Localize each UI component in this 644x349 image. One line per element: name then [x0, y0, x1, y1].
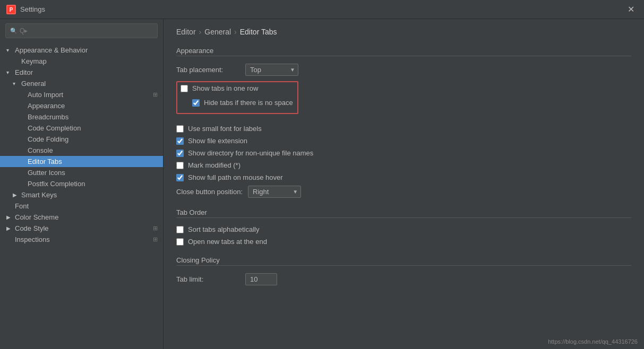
sidebar-item-label: Breadcrumbs — [28, 113, 68, 121]
sidebar-item-keymap[interactable]: Keymap — [0, 56, 163, 67]
sidebar-item-label: Appearance & Behavior — [15, 46, 88, 54]
directory-nonunique-row[interactable]: Show directory for non-unique file names — [176, 149, 631, 157]
tab-order-section-title: Tab Order — [176, 208, 631, 218]
arrow-icon: ▶ — [6, 214, 13, 220]
open-end-label: Open new tabs at the end — [188, 238, 267, 246]
file-extension-label: Show file extension — [188, 137, 247, 145]
breadcrumb-editor-tabs: Editor Tabs — [240, 28, 277, 36]
sidebar: 🔍 ▾ Appearance & Behavior Keymap ▾ Edito… — [0, 19, 164, 349]
file-extension-row[interactable]: Show file extension — [176, 137, 631, 145]
mark-modified-row[interactable]: Mark modified (*) — [176, 161, 631, 169]
arrow-icon: ▾ — [6, 69, 13, 75]
hide-tabs-space-checkbox-row[interactable]: Hide tabs if there is no space — [192, 99, 293, 107]
badge-icon: ⊞ — [153, 236, 158, 243]
full-path-label: Show full path on mouse hover — [188, 173, 283, 181]
badge-icon: ⊞ — [153, 225, 158, 232]
settings-window: P Settings ✕ 🔍 ▾ Appearance & Behavior — [0, 0, 644, 349]
search-icon: 🔍 — [10, 28, 18, 34]
arrow-icon: ▶ — [13, 192, 19, 198]
hide-tabs-space-label: Hide tabs if there is no space — [204, 99, 293, 107]
directory-nonunique-label: Show directory for non-unique file names — [188, 149, 313, 157]
sidebar-item-label: Auto Import — [28, 91, 63, 99]
close-button-row: Close button position: Right Left Hidden… — [176, 186, 631, 198]
sidebar-item-smart-keys[interactable]: ▶ Smart Keys — [0, 189, 163, 200]
sidebar-item-label: Color Scheme — [15, 213, 58, 221]
search-box[interactable]: 🔍 — [5, 23, 158, 38]
small-font-checkbox[interactable] — [176, 125, 184, 133]
appearance-section: Appearance Tab placement: Top Left Right… — [176, 47, 631, 198]
sidebar-item-label: Appearance — [28, 102, 65, 110]
tab-placement-row: Tab placement: Top Left Right Bottom Non… — [176, 64, 631, 76]
sidebar-item-label: Postfix Completion — [28, 180, 85, 188]
badge-icon: ⊞ — [153, 91, 158, 98]
full-path-row[interactable]: Show full path on mouse hover — [176, 173, 631, 181]
sidebar-item-postfix-completion[interactable]: Postfix Completion — [0, 178, 163, 189]
search-input[interactable] — [20, 27, 153, 34]
sidebar-item-label: General — [21, 80, 46, 88]
sidebar-tree: ▾ Appearance & Behavior Keymap ▾ Editor … — [0, 42, 163, 349]
sidebar-item-label: Keymap — [21, 57, 47, 65]
sidebar-item-font[interactable]: Font — [0, 200, 163, 212]
file-extension-checkbox[interactable] — [176, 137, 184, 145]
sort-alpha-label: Sort tabs alphabetically — [188, 225, 259, 233]
main-content: Editor › General › Editor Tabs Appearanc… — [164, 19, 644, 349]
show-tabs-row-checkbox[interactable] — [181, 85, 188, 92]
tab-limit-label: Tab limit: — [176, 275, 240, 283]
titlebar: P Settings ✕ — [0, 0, 644, 19]
small-font-row[interactable]: Use small font for labels — [176, 125, 631, 133]
breadcrumb-sep2: › — [234, 28, 237, 36]
window-title: Settings — [20, 5, 624, 13]
full-path-checkbox[interactable] — [176, 174, 184, 181]
close-button-select[interactable]: Right Left Hidden — [248, 186, 301, 198]
sidebar-item-appearance[interactable]: Appearance — [0, 100, 163, 111]
sidebar-item-label: Code Completion — [28, 124, 81, 132]
close-button[interactable]: ✕ — [624, 3, 638, 15]
app-icon: P — [6, 5, 16, 14]
sidebar-item-editor-tabs[interactable]: Editor Tabs — [0, 156, 163, 167]
sidebar-item-appearance-behavior[interactable]: ▾ Appearance & Behavior — [0, 45, 163, 56]
open-end-row[interactable]: Open new tabs at the end — [176, 238, 631, 246]
sidebar-item-code-style[interactable]: ▶ Code Style ⊞ — [0, 223, 163, 234]
tab-placement-select[interactable]: Top Left Right Bottom None — [245, 64, 298, 76]
hide-tabs-space-checkbox[interactable] — [192, 99, 200, 107]
sidebar-item-editor[interactable]: ▾ Editor — [0, 67, 163, 78]
mark-modified-label: Mark modified (*) — [188, 161, 241, 169]
sidebar-item-code-completion[interactable]: Code Completion — [0, 123, 163, 134]
watermark: https://blog.csdn.net/qq_44316726 — [548, 338, 638, 345]
tab-limit-input[interactable] — [245, 273, 277, 285]
sidebar-item-inspections[interactable]: Inspections ⊞ — [0, 234, 163, 245]
arrow-icon: ▶ — [6, 225, 13, 231]
breadcrumb-general: General — [204, 28, 231, 36]
sidebar-item-gutter-icons[interactable]: Gutter Icons — [0, 167, 163, 178]
arrow-icon: ▾ — [6, 47, 13, 53]
appearance-section-title: Appearance — [176, 47, 631, 56]
sidebar-item-label: Editor — [15, 68, 33, 76]
sort-alpha-row[interactable]: Sort tabs alphabetically — [176, 225, 631, 233]
breadcrumb: Editor › General › Editor Tabs — [176, 28, 631, 36]
arrow-icon: ▾ — [13, 81, 19, 86]
sidebar-item-general[interactable]: ▾ General — [0, 78, 163, 89]
tab-limit-row: Tab limit: — [176, 273, 631, 285]
sidebar-item-auto-import[interactable]: Auto Import ⊞ — [0, 89, 163, 100]
tab-order-section: Tab Order Sort tabs alphabetically Open … — [176, 208, 631, 246]
sidebar-item-breadcrumbs[interactable]: Breadcrumbs — [0, 111, 163, 123]
sidebar-item-label: Editor Tabs — [28, 158, 62, 165]
open-end-checkbox[interactable] — [176, 238, 184, 246]
directory-nonunique-checkbox[interactable] — [176, 150, 184, 157]
sidebar-item-label: Smart Keys — [21, 191, 57, 199]
sort-alpha-checkbox[interactable] — [176, 226, 184, 233]
small-font-label: Use small font for labels — [188, 125, 262, 133]
sidebar-item-label: Console — [28, 146, 53, 154]
breadcrumb-editor: Editor — [176, 28, 196, 36]
closing-policy-section-title: Closing Policy — [176, 256, 631, 266]
tabs-row-highlight-group: Show tabs in one row Hide tabs if there … — [176, 81, 298, 114]
sidebar-item-label: Font — [15, 202, 29, 210]
sidebar-item-code-folding[interactable]: Code Folding — [0, 134, 163, 145]
tab-placement-select-wrap: Top Left Right Bottom None ▼ — [245, 64, 298, 76]
show-tabs-row-checkbox-row[interactable]: Show tabs in one row — [181, 84, 293, 92]
sidebar-item-color-scheme[interactable]: ▶ Color Scheme — [0, 212, 163, 223]
mark-modified-checkbox[interactable] — [176, 162, 184, 169]
sidebar-item-console[interactable]: Console — [0, 145, 163, 156]
sidebar-item-label: Code Style — [15, 224, 49, 232]
show-tabs-row-label: Show tabs in one row — [192, 84, 258, 92]
